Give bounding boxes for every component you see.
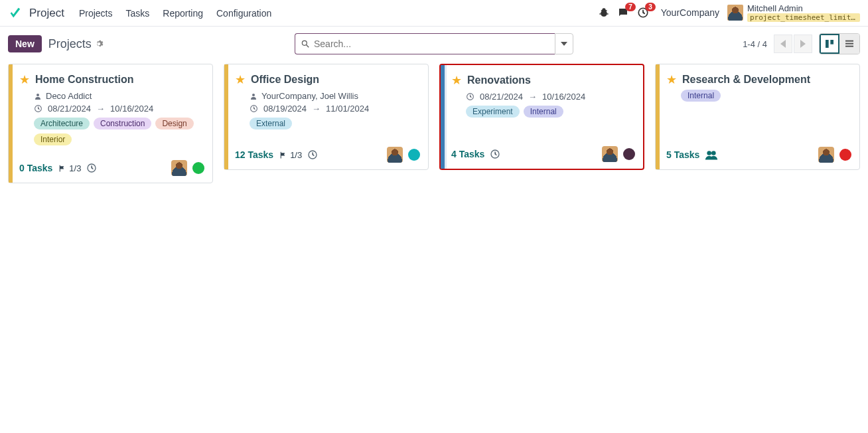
pager-next-button[interactable]	[794, 35, 812, 53]
people-icon[interactable]	[705, 149, 718, 160]
tag[interactable]: Interior	[34, 133, 72, 145]
activities-badge: 3	[645, 3, 656, 11]
app-logo-icon	[8, 6, 23, 21]
card-subtitle: Deco Addict	[46, 91, 92, 101]
nav-tasks[interactable]: Tasks	[126, 8, 150, 19]
card-inner-accent	[445, 65, 447, 169]
nav-reporting[interactable]: Reporting	[163, 8, 203, 19]
assignee-avatar-icon[interactable]	[818, 147, 834, 163]
toolbar: New Projects 1-4 / 4	[0, 27, 868, 64]
card-title[interactable]: Home Construction	[35, 74, 133, 86]
project-card[interactable]: ★Home ConstructionDeco Addict08/21/2024→…	[8, 64, 213, 183]
clock-icon	[250, 104, 258, 113]
list-view-button[interactable]	[839, 34, 859, 54]
svg-point-11	[252, 94, 255, 96]
svg-rect-5	[845, 41, 853, 42]
card-title-row: ★Renovations	[451, 73, 635, 88]
card-tags: External	[250, 118, 420, 130]
activities-icon[interactable]: 3	[637, 7, 649, 19]
tag[interactable]: Architecture	[34, 118, 90, 130]
arrow-icon: →	[312, 104, 321, 114]
card-title-row: ★Office Design	[235, 72, 420, 87]
svg-line-2	[307, 45, 309, 48]
pager-text: 1-4 / 4	[743, 39, 767, 49]
kanban-view-button[interactable]	[820, 34, 839, 54]
tag[interactable]: External	[250, 118, 292, 130]
assignee-avatar-icon[interactable]	[602, 146, 618, 162]
project-card[interactable]: ★Office DesignYourCompany, Joel Willis08…	[224, 64, 429, 170]
star-icon[interactable]: ★	[666, 72, 677, 87]
messages-icon[interactable]: 7	[617, 7, 629, 19]
project-card[interactable]: ★Research & DevelopmentInternal5 Tasks	[655, 64, 860, 170]
breadcrumb-projects[interactable]: Projects	[48, 37, 92, 51]
pager-prev-button[interactable]	[774, 35, 792, 53]
new-button[interactable]: New	[8, 35, 42, 52]
status-dot[interactable]	[623, 148, 635, 160]
person-icon	[250, 92, 257, 100]
date-start: 08/21/2024	[480, 92, 523, 102]
milestone-indicator[interactable]: 1/3	[58, 163, 81, 173]
card-accent	[9, 64, 13, 183]
date-end: 10/16/2024	[542, 92, 585, 102]
card-accent	[656, 64, 660, 169]
milestone-indicator[interactable]: 1/3	[279, 150, 302, 160]
card-subtitle: YourCompany, Joel Willis	[261, 91, 358, 101]
card-title[interactable]: Research & Development	[682, 74, 810, 86]
card-title-row: ★Research & Development	[666, 72, 851, 87]
tasks-link[interactable]: 12 Tasks	[235, 149, 273, 160]
card-accent	[224, 64, 228, 169]
kanban-board: ★Home ConstructionDeco Addict08/21/2024→…	[0, 64, 868, 183]
date-start: 08/21/2024	[48, 104, 91, 114]
tag[interactable]: Experiment	[466, 106, 520, 118]
activity-clock-icon[interactable]	[86, 163, 97, 173]
search-icon	[301, 39, 310, 48]
company-name[interactable]: YourCompany	[661, 7, 719, 18]
tasks-link[interactable]: 0 Tasks	[19, 163, 52, 173]
svg-point-1	[302, 41, 307, 45]
card-title[interactable]: Office Design	[251, 74, 319, 86]
app-brand[interactable]: Project	[29, 7, 64, 20]
gear-icon[interactable]	[94, 39, 104, 48]
date-end: 10/16/2024	[110, 104, 153, 114]
assignee-avatar-icon[interactable]	[171, 160, 187, 176]
tag[interactable]: Construction	[94, 118, 151, 130]
user-detail: project_timesheet_limit_…	[747, 13, 860, 22]
user-name: Mitchell Admin	[747, 4, 860, 13]
search-wrap	[295, 33, 573, 54]
project-card[interactable]: ★Renovations08/21/2024→10/16/2024Experim…	[439, 64, 644, 170]
assignee-avatar-icon[interactable]	[387, 147, 403, 163]
milestone-text: 1/3	[290, 150, 302, 160]
tag[interactable]: Internal	[681, 90, 721, 102]
messages-badge: 7	[625, 3, 636, 11]
search-box[interactable]	[295, 33, 555, 54]
view-switcher	[819, 33, 860, 54]
card-dates: 08/21/2024→10/16/2024	[466, 92, 635, 102]
search-dropdown-button[interactable]	[555, 33, 573, 54]
nav-projects[interactable]: Projects	[79, 8, 113, 19]
date-start: 08/19/2024	[263, 104, 307, 114]
clock-icon	[466, 92, 474, 101]
nav-configuration[interactable]: Configuration	[216, 8, 271, 19]
arrow-icon: →	[528, 92, 537, 102]
svg-rect-7	[845, 46, 853, 47]
search-input[interactable]	[314, 39, 549, 49]
status-dot[interactable]	[408, 149, 420, 161]
star-icon[interactable]: ★	[235, 72, 246, 87]
topbar-right: 7 3 YourCompany Mitchell Admin project_t…	[599, 4, 860, 22]
status-dot[interactable]	[192, 162, 204, 174]
card-footer: 5 Tasks	[666, 135, 851, 163]
tag[interactable]: Internal	[524, 106, 563, 118]
svg-point-17	[711, 151, 716, 155]
star-icon[interactable]: ★	[19, 72, 30, 87]
bug-icon[interactable]	[599, 7, 609, 18]
star-icon[interactable]: ★	[451, 73, 462, 88]
activity-clock-icon[interactable]	[490, 149, 500, 159]
tasks-link[interactable]: 5 Tasks	[666, 149, 699, 160]
user-menu[interactable]: Mitchell Admin project_timesheet_limit_…	[727, 4, 860, 22]
status-dot[interactable]	[839, 149, 851, 161]
svg-rect-6	[845, 43, 853, 44]
card-title[interactable]: Renovations	[467, 74, 531, 86]
tag[interactable]: Design	[155, 118, 193, 130]
activity-clock-icon[interactable]	[307, 149, 318, 160]
tasks-link[interactable]: 4 Tasks	[451, 149, 484, 159]
